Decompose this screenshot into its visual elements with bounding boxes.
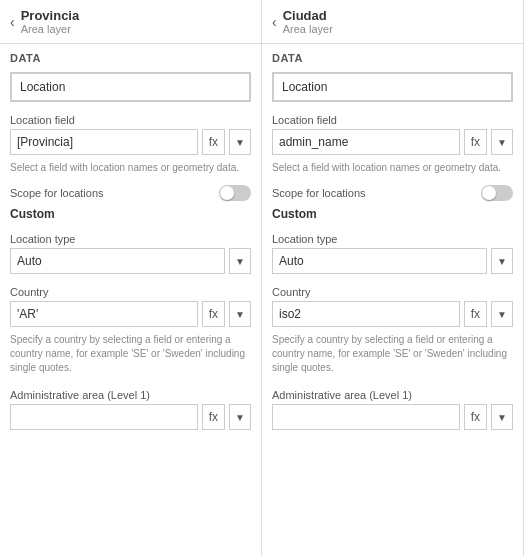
left-admin-area-fx-button[interactable]: fx	[202, 404, 225, 430]
left-location-field-hint: Select a field with location names or ge…	[0, 159, 261, 181]
left-panel: ‹ Provincia Area layer Data Location Loc…	[0, 0, 262, 556]
left-location-field-fx-button[interactable]: fx	[202, 129, 225, 155]
left-location-type-label: Location type	[0, 225, 261, 248]
right-scope-label: Scope for locations	[272, 187, 366, 199]
left-admin-area-row: fx ▼	[10, 404, 251, 430]
left-panel-subtitle: Area layer	[21, 23, 80, 35]
right-country-row: fx ▼	[272, 301, 513, 327]
left-scope-label: Scope for locations	[10, 187, 104, 199]
right-location-field-hint: Select a field with location names or ge…	[262, 159, 523, 181]
left-location-field-input[interactable]	[10, 129, 198, 155]
right-country-hint: Specify a country by selecting a field o…	[262, 331, 523, 381]
left-country-row: fx ▼	[10, 301, 251, 327]
left-back-arrow[interactable]: ‹	[10, 14, 15, 30]
right-location-type-row: ▼	[272, 248, 513, 274]
right-location-type-dropdown-button[interactable]: ▼	[491, 248, 513, 274]
left-custom-label: Custom	[0, 205, 261, 225]
left-scope-toggle[interactable]	[219, 185, 251, 201]
right-panel-header: ‹ Ciudad Area layer	[262, 0, 523, 44]
right-scope-toggle[interactable]	[481, 185, 513, 201]
right-panel-title: Ciudad	[283, 8, 333, 23]
left-country-input[interactable]	[10, 301, 198, 327]
left-scope-row: Scope for locations	[0, 181, 261, 205]
left-admin-area-dropdown-button[interactable]: ▼	[229, 404, 251, 430]
right-location-field-input[interactable]	[272, 129, 460, 155]
left-data-label: Data	[0, 44, 261, 68]
right-location-text: Location	[282, 80, 327, 94]
left-location-field-row: fx ▼	[10, 129, 251, 155]
right-admin-area-row: fx ▼	[272, 404, 513, 430]
right-location-field-dropdown-button[interactable]: ▼	[491, 129, 513, 155]
left-header-text: Provincia Area layer	[21, 8, 80, 35]
right-scope-row: Scope for locations	[262, 181, 523, 205]
right-country-dropdown-button[interactable]: ▼	[491, 301, 513, 327]
right-admin-area-fx-button[interactable]: fx	[464, 404, 487, 430]
left-country-dropdown-button[interactable]: ▼	[229, 301, 251, 327]
left-location-field-dropdown-button[interactable]: ▼	[229, 129, 251, 155]
right-location-field-row: fx ▼	[272, 129, 513, 155]
right-location-field-label: Location field	[262, 106, 523, 129]
right-location-type-label: Location type	[262, 225, 523, 248]
left-location-field-label: Location field	[0, 106, 261, 129]
right-country-input[interactable]	[272, 301, 460, 327]
left-panel-title: Provincia	[21, 8, 80, 23]
left-admin-area-label: Administrative area (Level 1)	[0, 381, 261, 404]
left-country-hint: Specify a country by selecting a field o…	[0, 331, 261, 381]
right-custom-label: Custom	[262, 205, 523, 225]
left-panel-header: ‹ Provincia Area layer	[0, 0, 261, 44]
right-admin-area-input[interactable]	[272, 404, 460, 430]
right-header-text: Ciudad Area layer	[283, 8, 333, 35]
right-location-field-fx-button[interactable]: fx	[464, 129, 487, 155]
left-location-type-dropdown-button[interactable]: ▼	[229, 248, 251, 274]
right-panel-subtitle: Area layer	[283, 23, 333, 35]
left-country-label: Country	[0, 278, 261, 301]
right-back-arrow[interactable]: ‹	[272, 14, 277, 30]
right-location-box[interactable]: Location	[272, 72, 513, 102]
left-admin-area-input[interactable]	[10, 404, 198, 430]
right-location-type-input[interactable]	[272, 248, 487, 274]
left-location-type-row: ▼	[10, 248, 251, 274]
left-location-text: Location	[20, 80, 65, 94]
left-country-fx-button[interactable]: fx	[202, 301, 225, 327]
right-admin-area-label: Administrative area (Level 1)	[262, 381, 523, 404]
right-country-fx-button[interactable]: fx	[464, 301, 487, 327]
right-admin-area-dropdown-button[interactable]: ▼	[491, 404, 513, 430]
right-panel: ‹ Ciudad Area layer Data Location Locati…	[262, 0, 524, 556]
left-location-box[interactable]: Location	[10, 72, 251, 102]
left-location-type-input[interactable]	[10, 248, 225, 274]
right-data-label: Data	[262, 44, 523, 68]
right-country-label: Country	[262, 278, 523, 301]
